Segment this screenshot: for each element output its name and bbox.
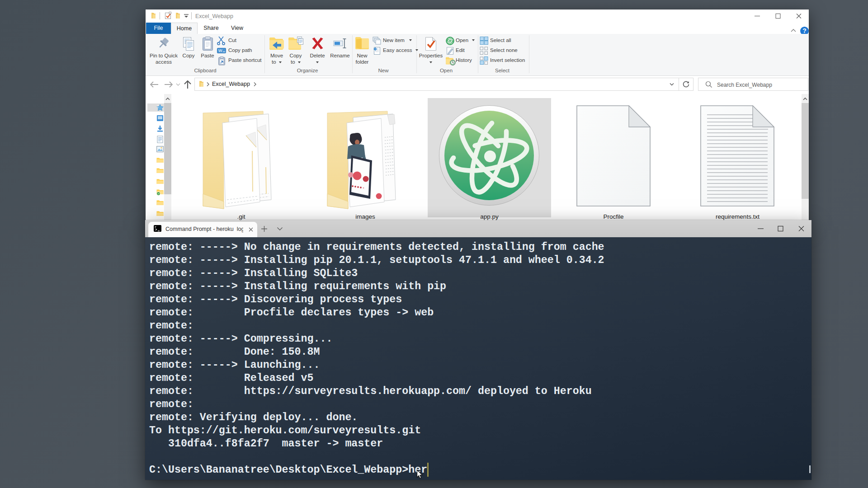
svg-text:W: W: [218, 48, 222, 53]
